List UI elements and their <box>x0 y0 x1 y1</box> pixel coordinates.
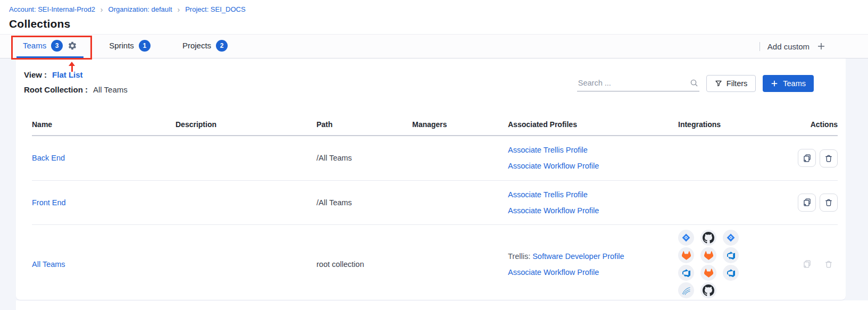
path-cell: /All Teams <box>316 136 412 180</box>
filters-button[interactable]: Filters <box>706 75 756 92</box>
profile-link[interactable]: Associate Workflow Profile <box>508 206 599 215</box>
column-header-associated-profiles: Associated Profiles <box>508 114 678 136</box>
page-header: Account: SEI-Internal-Prod2 › Organizati… <box>0 0 868 34</box>
trash-icon <box>824 260 833 269</box>
gitlab-icon <box>700 247 716 263</box>
column-header-managers: Managers <box>412 114 508 136</box>
copy-icon <box>803 259 812 269</box>
add-teams-button[interactable]: Teams <box>763 75 814 92</box>
azure-devops-icon <box>723 247 739 263</box>
view-label: View : <box>24 70 47 79</box>
page-title: Collections <box>9 18 868 30</box>
breadcrumb-project-link[interactable]: Project: SEI_DOCS <box>185 5 245 13</box>
tab-teams[interactable]: Teams 3 <box>16 35 84 58</box>
funnel-icon <box>715 80 722 87</box>
chevron-right-icon: › <box>101 6 103 13</box>
column-header-integrations: Integrations <box>678 114 792 136</box>
managers-cell <box>412 136 508 180</box>
root-collection-label: Root Collection : <box>24 85 88 94</box>
breadcrumb: Account: SEI-Internal-Prod2 › Organizati… <box>9 5 868 13</box>
integrations-cell <box>678 225 792 301</box>
profile-link[interactable]: Software Developer Profile <box>532 252 624 261</box>
delete-button[interactable] <box>820 149 838 167</box>
copy-button[interactable] <box>798 194 816 212</box>
page-background-strip <box>0 300 16 310</box>
search-input[interactable] <box>577 76 699 91</box>
integrations-cell <box>678 136 792 180</box>
profile-link[interactable]: Associate Workflow Profile <box>508 268 599 277</box>
view-meta: View : Flat List Root Collection : All T… <box>24 70 128 100</box>
tab-sprints-label: Sprints <box>109 41 134 50</box>
jira-icon <box>678 230 694 246</box>
collections-card: View : Flat List Root Collection : All T… <box>16 58 846 300</box>
add-teams-label: Teams <box>783 79 806 88</box>
vertical-divider <box>760 42 760 51</box>
associated-profiles-cell: Trellis: Software Developer ProfileAssoc… <box>508 225 678 301</box>
description-cell <box>176 225 316 301</box>
root-collection-value: All Teams <box>93 85 128 94</box>
sonarqube-icon <box>678 282 694 298</box>
column-header-name: Name <box>32 114 176 136</box>
tab-teams-count-badge: 3 <box>51 40 63 52</box>
gitlab-icon <box>678 247 694 263</box>
view-value-link[interactable]: Flat List <box>52 70 83 79</box>
gitlab-icon <box>700 265 716 281</box>
path-cell: root collection <box>316 225 412 301</box>
actions-cell <box>792 180 838 225</box>
name-cell: Back End <box>32 136 176 180</box>
managers-cell <box>412 225 508 301</box>
managers-cell <box>412 180 508 225</box>
actions-cell <box>792 225 838 301</box>
search-icon[interactable] <box>690 79 698 89</box>
breadcrumb-account-link[interactable]: Account: SEI-Internal-Prod2 <box>9 5 95 13</box>
search-box <box>577 76 699 91</box>
table-row: All Teamsroot collectionTrellis: Softwar… <box>32 225 838 301</box>
copy-button <box>798 255 816 273</box>
tab-sprints-count-badge: 1 <box>139 40 151 52</box>
trash-icon <box>824 154 833 163</box>
add-custom-button[interactable]: Add custom <box>760 35 868 58</box>
github-icon <box>700 230 716 246</box>
collections-table: Name Description Path Managers Associate… <box>32 114 838 300</box>
toolbar: Filters Teams <box>577 75 814 92</box>
tab-projects-count-badge: 2 <box>216 40 228 52</box>
delete-button[interactable] <box>820 194 838 212</box>
add-custom-label: Add custom <box>767 42 809 51</box>
path-cell: /All Teams <box>316 180 412 225</box>
chevron-right-icon: › <box>178 6 180 13</box>
profile-link[interactable]: Associate Workflow Profile <box>508 162 599 170</box>
copy-button[interactable] <box>798 149 816 167</box>
github-icon <box>700 282 716 298</box>
profile-link[interactable]: Associate Trellis Profile <box>508 190 588 199</box>
tab-teams-label: Teams <box>23 41 46 50</box>
filters-label: Filters <box>727 79 747 88</box>
tab-sprints[interactable]: Sprints 1 <box>103 35 157 58</box>
tabs: Teams 3 Sprints 1 Projects 2 <box>16 35 234 58</box>
table-row: Back End/All TeamsAssociate Trellis Prof… <box>32 136 838 180</box>
profile-link[interactable]: Associate Trellis Profile <box>508 146 588 154</box>
jira-icon <box>723 230 739 246</box>
delete-button <box>820 255 838 273</box>
content-area: View : Flat List Root Collection : All T… <box>0 58 868 310</box>
column-header-description: Description <box>176 114 316 136</box>
name-cell: All Teams <box>32 225 176 301</box>
integrations-cell <box>678 180 792 225</box>
copy-icon <box>803 198 812 207</box>
actions-cell <box>792 136 838 180</box>
copy-icon <box>803 154 812 163</box>
table-header-row: Name Description Path Managers Associate… <box>32 114 838 136</box>
gear-icon[interactable] <box>68 41 77 51</box>
plus-icon <box>817 42 825 51</box>
tab-projects-label: Projects <box>182 41 211 50</box>
column-header-actions: Actions <box>792 114 838 136</box>
collection-name-link[interactable]: All Teams <box>32 260 65 269</box>
tab-projects[interactable]: Projects 2 <box>176 35 234 58</box>
breadcrumb-organization-link[interactable]: Organization: default <box>108 5 172 13</box>
associated-profiles-cell: Associate Trellis ProfileAssociate Workf… <box>508 136 678 180</box>
table-body: Back End/All TeamsAssociate Trellis Prof… <box>32 136 838 300</box>
azure-devops-icon <box>723 265 739 281</box>
collection-name-link[interactable]: Front End <box>32 198 66 207</box>
collection-name-link[interactable]: Back End <box>32 154 65 162</box>
name-cell: Front End <box>32 180 176 225</box>
azure-devops-icon <box>678 265 694 281</box>
